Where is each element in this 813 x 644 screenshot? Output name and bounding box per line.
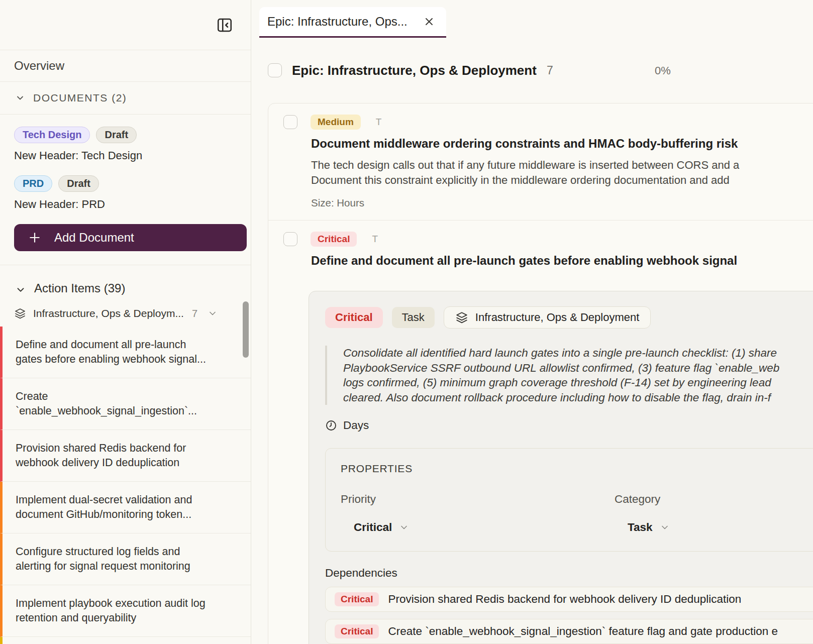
documents-header-label: DOCUMENTS (2): [33, 92, 127, 104]
action-item[interactable]: Configure structured log fields and aler…: [0, 533, 251, 585]
dependency-row[interactable]: Critical Provision shared Redis backend …: [325, 587, 813, 612]
dependency-title: Provision shared Redis backend for webho…: [388, 593, 741, 606]
action-item-line: webhook delivery ID deduplication: [16, 456, 241, 471]
detail-description-line: cleared. Also document rollback procedur…: [343, 390, 813, 405]
document-title: New Header: Tech Design: [14, 149, 237, 162]
action-item-line: Implement dual-secret validation and: [16, 493, 241, 508]
group-count: 7: [192, 308, 197, 319]
chevron-down-icon: [399, 522, 409, 532]
chevron-down-icon: [15, 93, 25, 103]
overview-label: Overview: [14, 59, 64, 73]
property-label: Category: [615, 493, 670, 506]
task-size: Size: Hours: [311, 197, 813, 209]
action-items-group-header[interactable]: Infrastructure, Ops & Deploym... 7: [0, 300, 251, 327]
chevron-down-icon: [15, 284, 26, 295]
properties-header: PROPERTIES: [341, 463, 813, 475]
detail-group-badge: Infrastructure, Ops & Deployment: [444, 306, 651, 329]
priority-select-value: Critical: [354, 521, 392, 534]
detail-priority-badge: Critical: [325, 307, 383, 328]
layers-icon: [455, 311, 468, 324]
task-title: Define and document all pre-launch gates…: [311, 254, 813, 268]
action-item-line: alerting for signal request monitoring: [16, 559, 241, 574]
app-screen: Overview DOCUMENTS (2) Tech Design Draft…: [0, 0, 813, 644]
task-description-line: Document this constraint explicitly in t…: [311, 173, 813, 188]
doc-status-badge: Draft: [96, 127, 137, 143]
close-icon[interactable]: [423, 16, 435, 28]
task-list-card: Medium T Document middleware ordering co…: [268, 103, 813, 644]
epic-header: Epic: Infrastructure, Ops & Deployment 7…: [268, 63, 813, 78]
detail-description-line: logs confirmed, (5) minimum graph covera…: [343, 375, 813, 390]
action-item-line: `enable_webhook_signal_ingestion`...: [16, 404, 241, 419]
action-items-header-label: Action Items (39): [34, 281, 125, 295]
sidebar-scrollbar-thumb[interactable]: [243, 301, 249, 358]
doc-status-badge: Draft: [58, 175, 99, 192]
doc-type-badge: Tech Design: [14, 127, 90, 143]
task-checkbox[interactable]: [283, 115, 297, 129]
category-select[interactable]: Task: [628, 521, 670, 534]
tab-epic[interactable]: Epic: Infrastructure, Ops...: [259, 7, 446, 38]
documents-list: Tech Design Draft New Header: Tech Desig…: [0, 115, 251, 265]
sidebar-item-overview[interactable]: Overview: [0, 50, 251, 82]
action-item[interactable]: Create `enable_webhook_signal_ingestion`…: [0, 378, 251, 430]
action-item-line: Configure structured log fields and: [16, 545, 241, 560]
priority-select[interactable]: Critical: [354, 521, 409, 534]
action-item-line: Define and document all pre-launch: [16, 338, 241, 353]
sidebar-topbar: [0, 0, 251, 50]
detail-size-label: Days: [343, 419, 369, 432]
action-item-line: Create: [16, 389, 241, 404]
epic-checkbox[interactable]: [268, 63, 282, 77]
detail-description-line: PlaybookService SSRF outbound URL allowl…: [343, 361, 813, 376]
document-item[interactable]: Tech Design Draft New Header: Tech Desig…: [14, 127, 237, 162]
detail-size-row: Days: [325, 419, 813, 432]
chevron-down-icon: [208, 308, 218, 318]
sidebar-collapse-button[interactable]: [215, 15, 235, 35]
task-description: The tech design calls out that if any fu…: [311, 158, 813, 188]
task-checkbox[interactable]: [283, 232, 297, 246]
dependency-priority-badge: Critical: [335, 592, 379, 606]
main-panel: Epic: Infrastructure, Ops... Epic: Infra…: [251, 0, 813, 644]
action-item-line: retention and queryability: [16, 611, 241, 626]
dependency-priority-badge: Critical: [335, 624, 379, 638]
add-document-label: Add Document: [54, 231, 134, 245]
group-label: Infrastructure, Ops & Deploym...: [33, 307, 184, 319]
action-item-line: Provision shared Redis backend for: [16, 441, 241, 456]
category-select-value: Task: [628, 521, 653, 534]
action-item[interactable]: Provision shared Redis backend for webho…: [0, 430, 251, 482]
detail-category-badge: Task: [392, 307, 435, 328]
add-document-button[interactable]: Add Document: [14, 224, 247, 251]
action-item[interactable]: Implement dual-secret validation and doc…: [0, 482, 251, 533]
action-item-line: document GitHub/monitoring token...: [16, 507, 241, 522]
task-type-letter: T: [376, 117, 382, 128]
properties-box: PROPERTIES Priority Critical: [325, 448, 813, 552]
chevron-down-icon: [660, 522, 670, 532]
dependencies-header: Dependencies: [325, 567, 813, 580]
documents-section-header[interactable]: DOCUMENTS (2): [0, 82, 251, 115]
epic-title: Epic: Infrastructure, Ops & Deployment: [292, 63, 537, 78]
panel-collapse-icon: [216, 16, 234, 34]
clock-icon: [325, 419, 337, 432]
priority-badge: Medium: [311, 115, 361, 130]
detail-description: Consolidate all identified hard launch g…: [325, 346, 813, 405]
document-item[interactable]: PRD Draft New Header: PRD: [14, 175, 237, 211]
action-item[interactable]: Define and document all pre-launch gates…: [0, 327, 251, 378]
doc-type-badge: PRD: [14, 175, 52, 192]
action-item[interactable]: Implement playbook execution audit log r…: [0, 585, 251, 637]
action-item[interactable]: [0, 637, 251, 644]
task-row[interactable]: Critical T Define and document all pre-l…: [268, 221, 813, 644]
detail-description-line: Consolidate all identified hard launch g…: [343, 346, 813, 361]
action-item-line: gates before enabling webhook signal...: [16, 352, 241, 367]
task-description-line: The tech design calls out that if any fu…: [311, 158, 813, 173]
property-label: Priority: [341, 493, 615, 506]
tab-title: Epic: Infrastructure, Ops...: [267, 15, 423, 29]
action-item-line: Implement playbook execution audit log: [16, 596, 241, 611]
document-title: New Header: PRD: [14, 198, 237, 211]
task-row[interactable]: Medium T Document middleware ordering co…: [268, 103, 813, 220]
task-detail-card: Critical Task Infrastructure, Ops & Depl…: [309, 291, 813, 644]
task-title: Document middleware ordering constraints…: [311, 137, 813, 151]
dependency-row[interactable]: Critical Create `enable_webhook_signal_i…: [325, 619, 813, 644]
sidebar: Overview DOCUMENTS (2) Tech Design Draft…: [0, 0, 251, 644]
action-items-section-header[interactable]: Action Items (39): [0, 265, 251, 300]
priority-badge: Critical: [311, 232, 357, 247]
detail-group-label: Infrastructure, Ops & Deployment: [475, 311, 639, 324]
layers-icon: [14, 307, 26, 319]
